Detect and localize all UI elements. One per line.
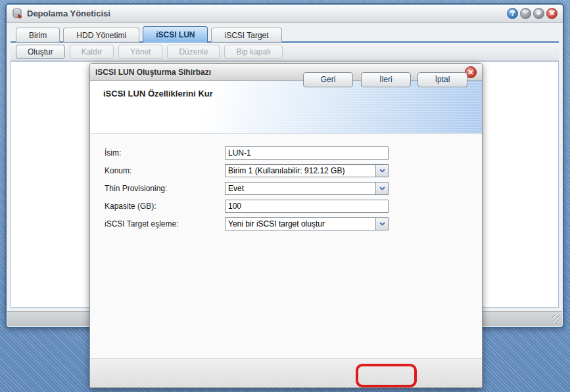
name-label: İsim: <box>105 148 225 158</box>
tab-strip: Birim HDD Yönetimi iSCSI LUN iSCSI Targe… <box>16 26 282 43</box>
edit-button: Düzenle <box>167 45 220 59</box>
capacity-label: Kapasite (GB): <box>105 202 225 211</box>
back-button[interactable]: Geri <box>303 72 353 87</box>
form-row-thin-provisioning: Thin Provisioning: Evet <box>105 179 467 197</box>
tab-birim[interactable]: Birim <box>16 28 60 43</box>
storage-disks-icon <box>12 8 23 19</box>
target-mapping-select-value: Yeni bir iSCSI target oluştur <box>226 219 375 229</box>
form-row-location: Konum: Birim 1 (Kullanılabilir: 912.12 G… <box>105 162 467 179</box>
chevron-down-icon[interactable] <box>375 218 388 230</box>
name-field[interactable] <box>225 146 389 160</box>
help-icon[interactable]: ? <box>507 8 518 19</box>
capacity-field[interactable] <box>225 200 389 213</box>
tab-iscsi-target[interactable]: iSCSI Target <box>211 28 281 43</box>
maximize-icon[interactable]: + <box>533 8 544 19</box>
location-label: Konum: <box>105 166 225 175</box>
help-glyph: ? <box>510 10 515 17</box>
toolbar: Oluştur Kaldır Yönet Düzenle Bip kapalı <box>11 43 559 61</box>
cancel-button[interactable]: İptal <box>417 72 467 87</box>
window-close-icon[interactable]: ✕ <box>546 8 558 19</box>
resize-grip-icon[interactable] <box>552 315 559 323</box>
desktop: { "window": { "title": "Depolama Yönetic… <box>0 0 570 392</box>
form-row-capacity: Kapasite (GB): <box>105 197 467 215</box>
form-row-target-mapping: iSCSI Target eşleme: Yeni bir iSCSI targ… <box>105 215 467 232</box>
window-controls: ? + ✕ <box>507 8 558 19</box>
thin-provisioning-select[interactable]: Evet <box>225 182 389 195</box>
remove-button: Kaldır <box>70 45 114 59</box>
thin-provisioning-label: Thin Provisioning: <box>105 184 225 193</box>
dialog-close-glyph: ✕ <box>467 68 473 77</box>
manage-button: Yönet <box>118 45 162 59</box>
location-select[interactable]: Birim 1 (Kullanılabilir: 912.12 GB) <box>225 164 389 177</box>
target-mapping-select[interactable]: Yeni bir iSCSI target oluştur <box>225 217 389 230</box>
tab-iscsi-lun[interactable]: iSCSI LUN <box>143 26 208 43</box>
window-titlebar[interactable]: Depolama Yöneticisi ? + ✕ <box>7 5 563 23</box>
window-title: Depolama Yöneticisi <box>27 9 110 18</box>
dialog-title: iSCSI LUN Oluşturma Sihirbazı <box>95 68 211 77</box>
close-glyph: ✕ <box>549 10 555 17</box>
chevron-down-icon[interactable] <box>375 183 388 194</box>
create-button[interactable]: Oluştur <box>16 45 65 59</box>
beep-off-button: Bip kapalı <box>224 45 283 59</box>
tab-hdd-yonetimi[interactable]: HDD Yönetimi <box>63 28 139 43</box>
minimize-icon[interactable] <box>520 8 531 19</box>
wizard-header-banner: iSCSI LUN Özelliklerini Kur <box>90 81 482 134</box>
target-mapping-label: iSCSI Target eşleme: <box>105 219 225 229</box>
dialog-footer <box>90 359 482 387</box>
form-row-name: İsim: <box>105 144 467 162</box>
maximize-glyph: + <box>536 10 540 17</box>
lun-properties-form: İsim: Konum: Birim 1 (Kullanılabilir: 91… <box>105 144 467 232</box>
next-button[interactable]: İleri <box>361 72 411 87</box>
iscsi-lun-wizard-dialog: iSCSI LUN Oluşturma Sihirbazı ✕ iSCSI LU… <box>89 63 483 388</box>
location-select-value: Birim 1 (Kullanılabilir: 912.12 GB) <box>226 166 375 175</box>
chevron-down-icon[interactable] <box>375 165 388 177</box>
thin-provisioning-select-value: Evet <box>226 184 375 193</box>
